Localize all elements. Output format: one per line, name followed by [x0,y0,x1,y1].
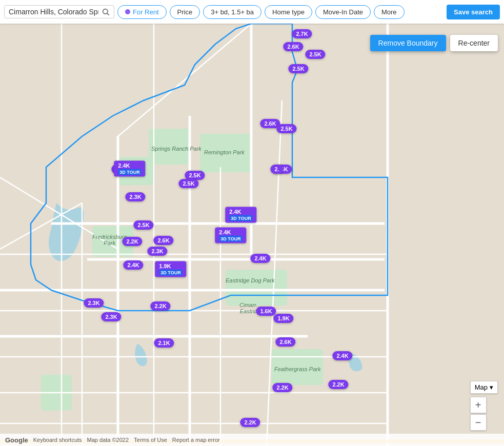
price-bubble: 1.9K3D TOUR [155,261,186,277]
tour-label: 3D TOUR [219,236,242,242]
price-pin-p19[interactable]: 2.4K3D TOUR [215,228,246,244]
price-pin-p25[interactable]: 2.3K [101,312,121,321]
price-bubble: 2.5K [133,220,153,230]
filter-price[interactable]: Price [170,5,200,19]
price-pin-p27[interactable]: 1.9K [273,314,293,323]
topbar: For RentPrice3+ bd, 1.5+ baHome typeMove… [0,0,504,24]
tour-label: 3D TOUR [159,270,182,276]
price-pin-p18[interactable]: 2.3K [147,247,167,256]
price-pin-p15[interactable]: 2.4K3D TOUR [225,207,256,223]
zoom-out-button[interactable]: − [470,414,487,431]
price-bubble: 2.4K [332,351,352,360]
filter-label: Move-In Date [323,8,363,16]
price-pin-p3[interactable]: 2.5K [305,50,325,59]
price-bubble: 2.2K [122,237,142,246]
price-pin-p22[interactable]: 2.4K [250,254,270,263]
price-bubble: 2.4K3D TOUR [225,207,256,223]
filter-label: More [381,8,397,16]
price-bubble: 2.4K3D TOUR [215,228,246,244]
price-bubble: 2.4K [123,260,143,270]
save-search-button[interactable]: Save search [447,5,500,19]
price-pin-p1[interactable]: 2.7K [292,29,312,38]
price-bubble: 2.3K [147,247,167,256]
price-bubble: 2.1K [154,338,174,348]
price-pin-p24[interactable]: 2.2K [150,301,170,311]
svg-rect-6 [226,270,287,306]
map-controls: Map ▾ + − [470,381,498,431]
filter-buttons: For RentPrice3+ bd, 1.5+ baHome typeMove… [117,5,405,19]
map-type-button[interactable]: Map ▾ [470,381,498,394]
price-bubble: 2.5K [288,64,308,73]
svg-point-0 [103,9,108,14]
price-pin-p12[interactable]: 2.5K [178,179,198,188]
filter-more[interactable]: More [374,5,405,19]
price-bubble: 2.3K [125,192,145,201]
price-pin-p4[interactable]: 2.5K [288,64,308,73]
price-bubble: 2.7K [292,29,312,38]
search-input[interactable] [9,8,98,16]
price-bubble: 2.2K [328,380,348,389]
price-bubble: 2.5K [305,50,325,59]
price-pin-p6[interactable]: 2.5K [276,124,296,133]
filter-dot [125,9,130,14]
filter-beds-baths[interactable]: 3+ bd, 1.5+ ba [203,5,261,19]
price-pin-p33[interactable]: 2.2K [240,418,260,427]
filter-label: 3+ bd, 1.5+ ba [211,8,254,16]
map-background: Springs Ranch Park Remington Park Fredri… [0,24,504,446]
price-bubble: 2.4K3D TOUR [114,161,145,177]
price-pin-p14[interactable]: 2.5K [133,220,153,230]
price-bubble: 2.2K [240,418,260,427]
price-pin-p31[interactable]: 2.2K [272,383,292,392]
tour-label: 3D TOUR [229,215,252,221]
price-bubble: 2.5K [276,124,296,133]
map-data-link[interactable]: Map data ©2022 [87,437,129,443]
price-bubble: 2.6K [275,337,295,347]
price-pin-p32[interactable]: 2.2K [328,380,348,389]
map-footer: Google Keyboard shortcuts Map data ©2022… [0,434,504,446]
google-logo: Google [5,436,28,444]
filter-for-rent[interactable]: For Rent [117,5,167,19]
price-pin-p8[interactable]: 2.4K3D TOUR [114,161,145,177]
filter-label: Price [177,8,193,16]
price-bubble: 2.2K [272,383,292,392]
map-svg [0,24,504,446]
price-bubble: 2.3K [84,298,104,308]
svg-rect-4 [200,134,251,172]
filter-label: For Rent [133,8,159,16]
price-bubble: 2.4K [250,254,270,263]
price-pin-p13[interactable]: 2.3K [125,192,145,201]
price-bubble: 2.6K [283,42,303,51]
recenter-button[interactable]: Re-center [450,35,498,51]
map-type-chevron: ▾ [490,383,493,391]
filter-home-type[interactable]: Home type [265,5,312,19]
price-bubble: 2.5K [178,179,198,188]
price-bubble: 2.2K [150,301,170,311]
price-pin-p11[interactable]: 2. [270,165,283,174]
price-pin-p28[interactable]: 2.1K [154,338,174,348]
price-bubble: 2.3K [101,312,121,321]
price-bubble: 2.6K [153,236,173,245]
map-container[interactable]: Springs Ranch Park Remington Park Fredri… [0,24,504,446]
price-pin-p20[interactable]: 2.4K [123,260,143,270]
price-pin-p21[interactable]: 1.9K3D TOUR [155,261,186,277]
price-bubble: 2. [270,165,283,174]
search-box[interactable] [4,5,114,18]
tour-label: 3D TOUR [118,169,141,175]
svg-rect-7 [272,349,323,385]
keyboard-shortcuts-link[interactable]: Keyboard shortcuts [33,437,82,443]
svg-line-1 [107,13,109,15]
remove-boundary-button[interactable]: Remove Boundary [370,35,446,51]
price-pin-p16[interactable]: 2.2K [122,237,142,246]
price-pin-p30[interactable]: 2.4K [332,351,352,360]
filter-label: Home type [272,8,305,16]
terms-link[interactable]: Terms of Use [134,437,167,443]
map-type-label: Map [475,383,488,391]
price-pin-p17[interactable]: 2.6K [153,236,173,245]
filter-move-in-date[interactable]: Move-In Date [315,5,371,19]
search-icon [102,8,110,16]
price-pin-p2[interactable]: 2.6K [283,42,303,51]
zoom-in-button[interactable]: + [470,397,487,413]
price-pin-p29[interactable]: 2.6K [275,337,295,347]
report-link[interactable]: Report a map error [172,437,220,443]
price-pin-p23[interactable]: 2.3K [84,298,104,308]
